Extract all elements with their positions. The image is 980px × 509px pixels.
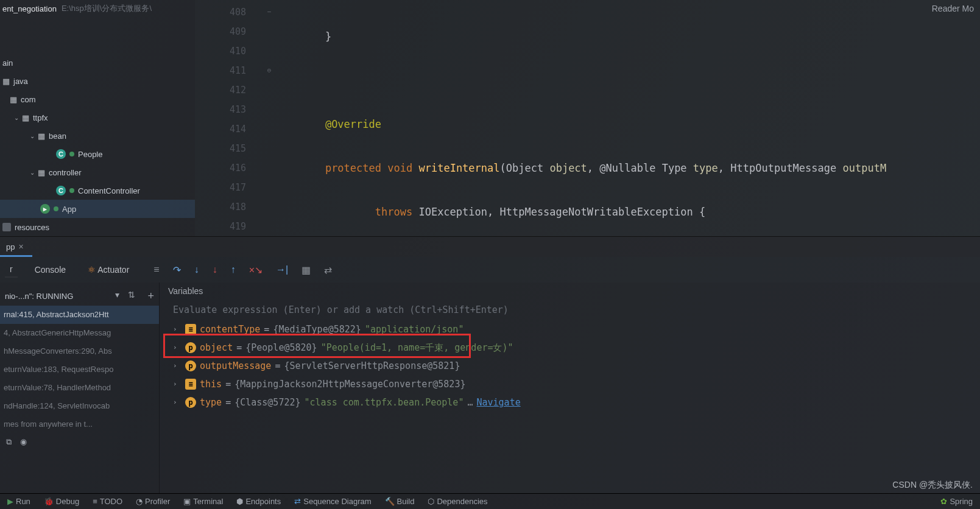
filter-icon[interactable]: ▾: [115, 290, 119, 303]
chevron-right-icon: ›: [173, 375, 182, 393]
tree-node-controller[interactable]: ⌄▦controller: [0, 163, 195, 181]
variable-row[interactable]: ›pobject = {People@5820} "People(id=1, n…: [164, 339, 980, 357]
chevron-right-icon: ›: [173, 339, 182, 357]
console-tab[interactable]: Console: [30, 262, 71, 277]
code-area[interactable]: } @Override protected void writeInternal…: [275, 0, 980, 236]
code-line: @Override: [275, 114, 980, 134]
settings-icon[interactable]: ≡: [153, 264, 159, 275]
resources-icon: [2, 223, 11, 231]
debugger-tab[interactable]: r: [5, 262, 18, 278]
debug-tool[interactable]: 🐞Debug: [44, 497, 79, 506]
profiler-tool[interactable]: ◔Profiler: [136, 497, 170, 506]
code-line: }: [275, 27, 980, 46]
vcs-dot-icon: [69, 152, 74, 156]
folder-icon: ▦: [22, 113, 29, 122]
step-out-icon[interactable]: ↑: [231, 264, 236, 275]
chevron-down-icon[interactable]: ⌄: [27, 133, 38, 139]
tree-node-resources[interactable]: resources: [0, 218, 195, 236]
watermark: CSDN @秃头披风侠.: [892, 480, 973, 491]
field-icon: ≡: [185, 324, 196, 335]
actuator-tab[interactable]: ⚛ Actuator: [83, 262, 134, 277]
field-icon: ≡: [185, 379, 196, 390]
drop-frame-icon[interactable]: ×↘: [249, 264, 263, 276]
sequence-tool[interactable]: ⇄Sequence Diagram: [294, 497, 371, 506]
code-line: [275, 71, 980, 90]
tab-app[interactable]: pp×: [0, 238, 32, 257]
frame-row[interactable]: rnal:415, AbstractJackson2Htt: [0, 306, 159, 324]
project-tree[interactable]: ain ▦java ▦com ⌄▦ttpfx ⌄▦bean CPeople ⌄▦…: [0, 17, 195, 236]
add-icon[interactable]: +: [147, 290, 154, 303]
editor-gutter: 408 409 410 411 412 413 414 415 416 417 …: [195, 0, 263, 236]
tree-node-com[interactable]: ▦com: [0, 90, 195, 108]
endpoints-tool[interactable]: ⬢Endpoints: [236, 497, 281, 506]
folder-icon: ▦: [38, 132, 45, 141]
variable-row[interactable]: ›ptype = {Class@5722} "class com.ttpfx.b…: [164, 393, 980, 412]
variable-row[interactable]: ›≡contentType = {MediaType@5822} "applic…: [164, 320, 980, 339]
tree-node-ttpfx[interactable]: ⌄▦ttpfx: [0, 108, 195, 127]
tree-node-app[interactable]: ▸App: [0, 200, 195, 218]
fold-column[interactable]: −⊖: [263, 0, 275, 236]
watch-icon[interactable]: ◉: [20, 437, 27, 447]
debug-panel: nio-...n": RUNNING ▾⇅+ rnal:415, Abstrac…: [0, 283, 980, 493]
param-icon: p: [185, 397, 196, 408]
step-into-icon[interactable]: ↓: [194, 264, 199, 275]
sort-icon[interactable]: ⇅: [128, 290, 135, 303]
run-class-icon: ▸: [40, 204, 50, 214]
folder-icon: ▦: [2, 77, 10, 86]
frame-row[interactable]: 4, AbstractGenericHttpMessag: [0, 324, 159, 342]
variable-row[interactable]: ›poutputMessage = {ServletServerHttpResp…: [164, 357, 980, 375]
copy-icon[interactable]: ⧉: [6, 437, 12, 447]
frame-row[interactable]: mes from anywhere in t...: [0, 415, 159, 434]
force-step-into-icon[interactable]: ↓: [213, 264, 217, 275]
todo-tool[interactable]: ≡TODO: [93, 497, 122, 506]
spring-tool[interactable]: ✿Spring: [940, 497, 973, 506]
run-tool[interactable]: ▶Run: [7, 497, 30, 506]
dependencies-tool[interactable]: ⬡Dependencies: [428, 497, 487, 506]
code-line: throws IOException, HttpMessageNotWritab…: [275, 202, 980, 222]
evaluate-icon[interactable]: ▦: [301, 264, 311, 276]
vcs-dot-icon: [54, 206, 58, 211]
tree-node-contentcontroller[interactable]: CContentController: [0, 181, 195, 200]
status-bar: ▶Run 🐞Debug ≡TODO ◔Profiler ▣Terminal ⬢E…: [0, 493, 980, 509]
frame-row[interactable]: eturnValue:78, HandlerMethod: [0, 379, 159, 397]
chevron-down-icon[interactable]: ⌄: [27, 169, 38, 176]
sidebar-header: ent_negotiation E:\hsp培训\分布式微服务\: [0, 0, 195, 17]
tool-window-tabs[interactable]: pp×: [0, 236, 980, 257]
navigate-link[interactable]: Navigate: [476, 393, 520, 412]
tree-node-java[interactable]: ▦java: [0, 72, 195, 90]
chevron-right-icon: ›: [173, 357, 182, 375]
debug-toolbar: r Console ⚛ Actuator ≡ ↷ ↓ ↓ ↑ ×↘ →| ▦ ⇄: [0, 257, 980, 283]
tree-node-main[interactable]: ain: [0, 54, 195, 72]
tree-node-people[interactable]: CPeople: [0, 145, 195, 163]
tree-node-bean[interactable]: ⌄▦bean: [0, 127, 195, 145]
project-path: E:\hsp培训\分布式微服务\: [62, 3, 152, 14]
code-line: protected void writeInternal(Object obje…: [275, 158, 980, 178]
run-to-cursor-icon[interactable]: →|: [276, 264, 288, 275]
param-icon: p: [185, 342, 196, 353]
thread-status[interactable]: nio-...n": RUNNING: [5, 292, 73, 301]
close-icon[interactable]: ×: [18, 242, 23, 251]
folder-icon: ▦: [10, 95, 17, 104]
variable-row[interactable]: ›≡this = {MappingJackson2HttpMessageConv…: [164, 375, 980, 393]
project-name: ent_negotiation: [2, 4, 57, 13]
build-tool[interactable]: 🔨Build: [385, 497, 415, 506]
vcs-dot-icon: [69, 188, 74, 193]
class-icon: C: [56, 149, 66, 159]
frames-panel[interactable]: nio-...n": RUNNING ▾⇅+ rnal:415, Abstrac…: [0, 283, 160, 493]
variables-title: Variables: [164, 283, 980, 300]
frame-row[interactable]: hMessageConverters:290, Abs: [0, 342, 159, 360]
evaluate-input[interactable]: Evaluate expression (Enter) or add a wat…: [164, 300, 980, 320]
trace-icon[interactable]: ⇄: [324, 264, 332, 276]
param-icon: p: [185, 360, 196, 371]
project-sidebar[interactable]: ent_negotiation E:\hsp培训\分布式微服务\ ain ▦ja…: [0, 0, 195, 236]
class-icon: C: [56, 186, 66, 195]
frame-row[interactable]: ndHandle:124, ServletInvocab: [0, 397, 159, 415]
chevron-right-icon: ›: [173, 320, 182, 339]
variables-panel[interactable]: Variables Evaluate expression (Enter) or…: [160, 283, 980, 493]
chevron-right-icon: ›: [173, 393, 182, 412]
step-over-icon[interactable]: ↷: [173, 264, 181, 276]
frame-row[interactable]: eturnValue:183, RequestRespo: [0, 360, 159, 379]
chevron-down-icon[interactable]: ⌄: [11, 114, 22, 121]
code-editor[interactable]: Reader Mo 408 409 410 411 412 413 414 41…: [195, 0, 980, 236]
terminal-tool[interactable]: ▣Terminal: [183, 497, 223, 506]
